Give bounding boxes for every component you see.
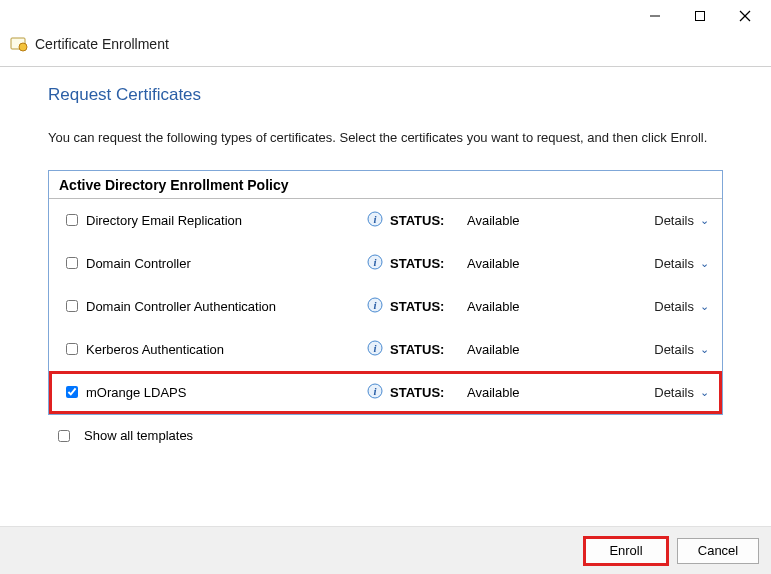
chevron-down-icon: ⌄ [700,300,709,313]
maximize-button[interactable] [677,2,722,30]
status-value: Available [461,299,654,314]
status-column: i STATUS: [366,210,461,231]
certificate-checkbox[interactable] [66,300,78,312]
status-value: Available [461,342,654,357]
header: Certificate Enrollment [0,32,771,66]
policy-name: Active Directory Enrollment Policy [49,171,722,199]
svg-point-5 [19,43,27,51]
status-label: STATUS: [390,385,444,400]
window-title: Certificate Enrollment [35,36,169,52]
status-value: Available [461,256,654,271]
certificate-checkbox[interactable] [66,257,78,269]
info-icon: i [366,253,384,274]
chevron-down-icon: ⌄ [700,343,709,356]
certificate-row[interactable]: Kerberos Authentication i STATUS: Availa… [49,328,722,371]
info-icon: i [366,339,384,360]
certificate-row[interactable]: Directory Email Replication i STATUS: Av… [49,199,722,242]
certificate-row[interactable]: Domain Controller i STATUS: Available De… [49,242,722,285]
chevron-down-icon: ⌄ [700,214,709,227]
certificate-name: Domain Controller [86,256,366,271]
status-label: STATUS: [390,213,444,228]
details-label: Details [654,256,694,271]
certificate-checkbox[interactable] [66,214,78,226]
info-icon: i [366,210,384,231]
chevron-down-icon: ⌄ [700,257,709,270]
status-column: i STATUS: [366,253,461,274]
certificate-checkbox[interactable] [66,343,78,355]
certificate-name: Kerberos Authentication [86,342,366,357]
details-toggle[interactable]: Details ⌄ [654,342,709,357]
details-toggle[interactable]: Details ⌄ [654,299,709,314]
certificate-row[interactable]: Domain Controller Authentication i STATU… [49,285,722,328]
show-all-label: Show all templates [84,428,193,443]
show-all-checkbox[interactable] [58,430,70,442]
certificate-row[interactable]: mOrange LDAPS i STATUS: Available Detail… [49,371,722,414]
chevron-down-icon: ⌄ [700,386,709,399]
details-label: Details [654,213,694,228]
info-icon: i [366,382,384,403]
cancel-button[interactable]: Cancel [677,538,759,564]
details-label: Details [654,342,694,357]
status-value: Available [461,385,654,400]
page-title: Request Certificates [48,85,723,105]
info-icon: i [366,296,384,317]
footer: Enroll Cancel [0,526,771,574]
status-column: i STATUS: [366,339,461,360]
status-value: Available [461,213,654,228]
window-titlebar [0,0,771,32]
certificate-checkbox[interactable] [66,386,78,398]
details-label: Details [654,385,694,400]
status-column: i STATUS: [366,382,461,403]
certificate-name: Domain Controller Authentication [86,299,366,314]
show-all-templates[interactable]: Show all templates [54,427,723,445]
enrollment-policy-box: Active Directory Enrollment Policy Direc… [48,170,723,415]
status-column: i STATUS: [366,296,461,317]
svg-rect-1 [695,12,704,21]
details-label: Details [654,299,694,314]
enroll-button[interactable]: Enroll [585,538,667,564]
minimize-button[interactable] [632,2,677,30]
certificate-name: Directory Email Replication [86,213,366,228]
close-button[interactable] [722,2,767,30]
details-toggle[interactable]: Details ⌄ [654,256,709,271]
details-toggle[interactable]: Details ⌄ [654,385,709,400]
certificate-name: mOrange LDAPS [86,385,366,400]
details-toggle[interactable]: Details ⌄ [654,213,709,228]
status-label: STATUS: [390,256,444,271]
page-description: You can request the following types of c… [48,129,723,148]
certificate-icon [10,36,28,52]
status-label: STATUS: [390,299,444,314]
status-label: STATUS: [390,342,444,357]
